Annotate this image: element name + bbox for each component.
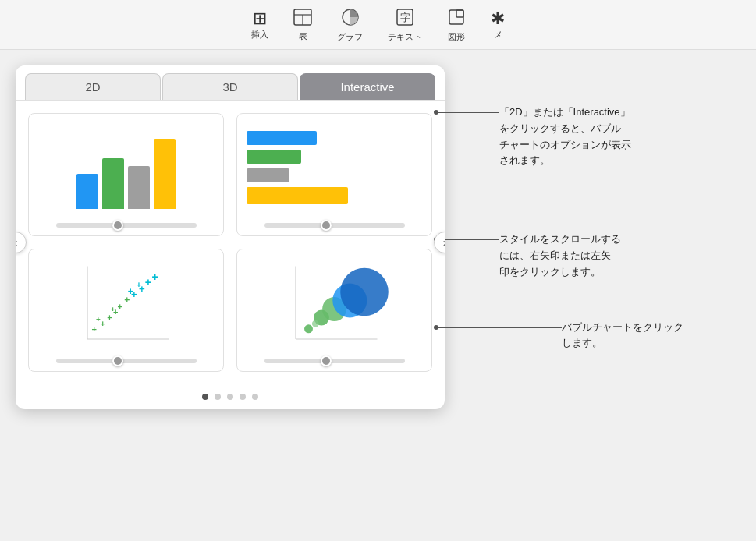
svg-text:+: +: [118, 302, 122, 311]
svg-text:+: +: [152, 270, 158, 283]
toolbar-text[interactable]: 字 テキスト: [388, 8, 422, 43]
toolbar-chart[interactable]: グラフ: [337, 8, 363, 43]
scatter-chart-slider-thumb[interactable]: [112, 355, 123, 366]
annotation-3: バブルチャートをクリックします。: [562, 320, 733, 352]
svg-text:+: +: [128, 286, 133, 297]
nav-left-arrow[interactable]: ‹: [16, 232, 27, 253]
insert-icon: ⊞: [253, 10, 267, 27]
bubble-chart-slider-thumb[interactable]: [321, 355, 332, 366]
chart-icon: [340, 8, 360, 30]
svg-text:+: +: [111, 305, 115, 313]
annotation-1-line: [437, 112, 499, 113]
toolbar-shape-label: 図形: [448, 31, 465, 43]
toolbar: ⊞ 挿入 表 グラフ 字 テキスト: [0, 0, 756, 50]
bubble-chart-slider[interactable]: [264, 359, 405, 363]
svg-text:+: +: [96, 315, 101, 324]
svg-text:+: +: [107, 313, 112, 322]
annotation-3-line: [437, 327, 562, 328]
annotation-2-line: [437, 239, 499, 240]
main-area: 2D 3D Interactive ‹ ›: [0, 50, 756, 409]
dot-5[interactable]: [252, 394, 258, 400]
shape-icon: [447, 8, 466, 30]
toolbar-shape[interactable]: 図形: [447, 8, 466, 43]
scatter-chart-visual: + + + + + + + + + + + + +: [38, 262, 214, 348]
annotation-1-text: 「2D」または「Interactive」をクリックすると、バブルチャートのオプシ…: [499, 104, 631, 169]
svg-rect-7: [456, 10, 463, 17]
annotation-2: スタイルをスクロールするには、右矢印または左矢印をクリックします。: [499, 232, 733, 280]
pagination-dots: [16, 384, 445, 409]
dot-4[interactable]: [240, 394, 246, 400]
annotation-1: 「2D」または「Interactive」をクリックすると、バブルチャートのオプシ…: [499, 104, 733, 169]
bar-chart-visual: [38, 126, 214, 212]
hbar-chart-slider-thumb[interactable]: [321, 220, 332, 231]
svg-point-30: [340, 268, 389, 316]
bar-chart-slider[interactable]: [56, 223, 197, 228]
annotations: 「2D」または「Interactive」をクリックすると、バブルチャートのオプシ…: [437, 97, 733, 375]
hbar-chart-visual: [247, 126, 422, 212]
hbar-chart-slider[interactable]: [264, 223, 405, 228]
more-icon: ✱: [491, 10, 505, 27]
chart-panel: 2D 3D Interactive ‹ ›: [16, 65, 445, 409]
svg-point-31: [312, 320, 319, 327]
scatter-chart-card[interactable]: + + + + + + + + + + + + +: [28, 249, 224, 372]
svg-text:+: +: [145, 276, 151, 288]
hbar-chart-card[interactable]: [236, 113, 432, 236]
bar-chart-card[interactable]: [28, 113, 224, 236]
table-icon: [293, 9, 312, 29]
text-icon: 字: [396, 8, 414, 30]
tab-bar: 2D 3D Interactive: [16, 65, 445, 101]
dot-2[interactable]: [215, 394, 221, 400]
toolbar-table-label: 表: [299, 30, 307, 42]
scatter-chart-slider[interactable]: [56, 359, 197, 363]
toolbar-insert-label: 挿入: [251, 29, 268, 41]
toolbar-more[interactable]: ✱ メ: [491, 10, 505, 41]
tab-2d[interactable]: 2D: [25, 73, 161, 100]
dot-1[interactable]: [202, 394, 208, 400]
dot-3[interactable]: [227, 394, 233, 400]
bubble-chart-visual: [247, 262, 422, 348]
toolbar-more-label: メ: [494, 29, 502, 41]
bar-chart-slider-thumb[interactable]: [112, 220, 123, 231]
svg-text:字: 字: [400, 12, 410, 23]
svg-point-26: [304, 324, 313, 333]
toolbar-chart-label: グラフ: [337, 31, 363, 43]
svg-text:+: +: [137, 280, 141, 289]
annotation-2-text: スタイルをスクロールするには、右矢印または左矢印をクリックします。: [499, 232, 621, 280]
tab-3d[interactable]: 3D: [162, 73, 298, 100]
toolbar-table[interactable]: 表: [293, 9, 312, 42]
chart-grid: ‹ ›: [16, 101, 445, 384]
toolbar-text-label: テキスト: [388, 31, 422, 43]
svg-text:+: +: [92, 324, 97, 334]
toolbar-insert[interactable]: ⊞ 挿入: [251, 10, 268, 41]
tab-interactive[interactable]: Interactive: [300, 73, 435, 100]
bubble-chart-card[interactable]: [236, 249, 432, 372]
nav-right-arrow[interactable]: ›: [434, 232, 445, 253]
svg-text:+: +: [101, 319, 105, 328]
annotation-3-text: バブルチャートをクリックします。: [562, 320, 683, 352]
